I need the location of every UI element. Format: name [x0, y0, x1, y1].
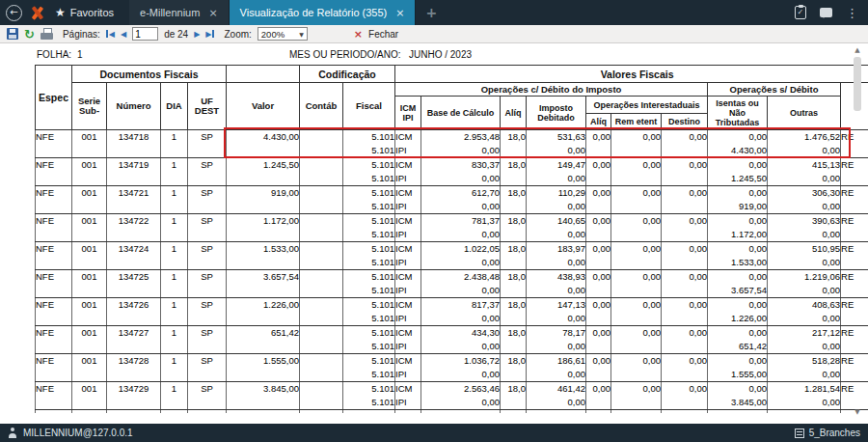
favorites-button[interactable]: ★ Favoritos: [51, 6, 118, 19]
cell-destino: 0,00: [662, 242, 708, 257]
cell-contab: [300, 228, 343, 242]
cell-remetente: 0,00: [611, 130, 662, 145]
cell-serie: 001: [72, 130, 107, 145]
last-page-button[interactable]: ▶: [205, 30, 214, 39]
next-page-button[interactable]: ▶: [194, 30, 200, 39]
cell-espec: NFE: [36, 214, 72, 229]
vertical-scrollbar[interactable]: ▲ ▼: [852, 44, 863, 423]
cell-uf: SP: [188, 242, 227, 257]
previous-page-button[interactable]: ◀: [121, 30, 126, 39]
cell-serie: [72, 312, 107, 326]
cell-aliq2: 0,00: [586, 326, 611, 341]
cell-base: 0,00: [421, 228, 501, 242]
star-icon: ★: [55, 6, 66, 19]
col-header-remetente: Rem etent: [611, 114, 662, 130]
page-number-input[interactable]: [132, 27, 158, 41]
cell-espec: [36, 312, 72, 326]
cell-dia: 1: [161, 326, 188, 341]
tab-visualizacao-relatorio[interactable]: Visualização de Relatório (355) ×: [230, 0, 417, 25]
group-header-op-sem-debito: Operações s/ Débito: [708, 83, 841, 97]
close-report-icon[interactable]: ×: [354, 28, 363, 41]
tab-close-icon[interactable]: ×: [208, 7, 217, 19]
cell-isentas: 919,00: [708, 200, 768, 214]
cell-numero: [107, 284, 161, 298]
cell-imposto: 0,00: [527, 200, 586, 214]
cell-aliq2: [586, 340, 611, 354]
cell-valor: 3.845,00: [227, 382, 300, 397]
cell-destino: 0,00: [662, 326, 708, 341]
cell-aliq: [501, 144, 527, 158]
scroll-down-icon[interactable]: ▼: [852, 407, 863, 417]
zoom-select[interactable]: 200% ▼: [258, 27, 308, 41]
cell-serie: [72, 396, 107, 410]
cell-outras: 390,63: [768, 214, 841, 229]
cell-numero: [107, 396, 161, 410]
cell-serie: 001: [72, 410, 107, 414]
cell-aliq2: [586, 172, 611, 186]
cell-dia: 1: [161, 158, 188, 173]
cell-outras: 0,00: [768, 396, 841, 410]
cell-serie: [72, 172, 107, 186]
cell-fiscal: 5.101: [343, 354, 395, 369]
cell-contab: [300, 396, 343, 410]
kebab-menu-icon[interactable]: ⋮: [846, 7, 858, 19]
scrollbar-thumb[interactable]: [854, 57, 861, 111]
group-header-op-interestaduais: Operações Interestaduais: [586, 97, 708, 114]
cell-serie: 001: [72, 270, 107, 285]
cell-fiscal: 5.101: [343, 382, 395, 397]
close-report-label[interactable]: Fechar: [368, 29, 398, 40]
cell-remetente: [611, 340, 662, 354]
cell-aliq: 18,0: [501, 130, 527, 145]
new-tab-button[interactable]: +: [416, 0, 447, 25]
cell-valor: [227, 284, 300, 298]
scroll-up-icon[interactable]: ▲: [852, 45, 863, 55]
cell-destino: 0,00: [662, 382, 708, 397]
cell-base: 0,00: [421, 144, 501, 158]
cell-isentas: 3.845,00: [708, 396, 768, 410]
col-header-aliq: Alíq: [501, 97, 527, 130]
cell-base: 1.036,72: [421, 354, 501, 369]
cell-numero: [107, 256, 161, 270]
cell-aliq: 18,0: [501, 382, 527, 397]
cell-aliq: 18,0: [501, 158, 527, 173]
tasks-clipboard-icon[interactable]: [795, 6, 806, 19]
cell-aliq: 18,0: [501, 270, 527, 285]
cell-outras: 0,00: [768, 172, 841, 186]
cell-base: 0,00: [421, 312, 501, 326]
cell-destino: 0,00: [662, 354, 708, 369]
tab-close-icon[interactable]: ×: [395, 7, 404, 19]
cell-remetente: 0,00: [611, 186, 662, 201]
cell-serie: [72, 340, 107, 354]
branches-indicator[interactable]: 5_Branches: [795, 428, 860, 438]
cell-base: 0,00: [421, 396, 501, 410]
back-arrow-icon: ←: [10, 8, 17, 17]
tab-label: Visualização de Relatório (355): [240, 7, 388, 18]
messages-icon[interactable]: [820, 8, 832, 17]
table-row: NFE0011347241SP1.533,005.101ICM1.022,051…: [36, 242, 868, 257]
cell-aliq2: 0,00: [586, 242, 611, 257]
cell-numero: 134727: [107, 326, 161, 341]
table-row: NFE0011347311SP5.101ICM: [36, 410, 868, 414]
cell-imposto: 0,00: [527, 340, 586, 354]
cell-contab: [300, 214, 343, 229]
cell-destino: 0,00: [662, 298, 708, 313]
save-icon[interactable]: [7, 28, 18, 40]
tab-label: e-Millennium: [140, 7, 200, 18]
cell-dia: [161, 256, 188, 270]
plus-icon: +: [425, 5, 437, 20]
cell-aliq: [501, 172, 527, 186]
print-icon[interactable]: [41, 28, 53, 40]
cell-serie: [72, 256, 107, 270]
cell-espec: [36, 200, 72, 214]
table-row: NFE0011347191SP1.245,505.101ICM830,3718,…: [36, 158, 868, 173]
first-page-button[interactable]: ◀: [106, 30, 115, 39]
cell-isentas: 0,00: [708, 326, 768, 341]
table-row: 5.101IPI0,000,001.555,000,00: [36, 368, 868, 382]
cell-imposto: 186,61: [527, 354, 586, 369]
cell-fiscal: 5.101: [343, 158, 395, 173]
refresh-icon[interactable]: ↻: [24, 28, 35, 41]
cell-isentas: 0,00: [708, 298, 768, 313]
cell-aliq: 18,0: [501, 326, 527, 341]
back-button[interactable]: ←: [6, 5, 22, 21]
tab-e-millennium[interactable]: e-Millennium ×: [129, 0, 230, 25]
